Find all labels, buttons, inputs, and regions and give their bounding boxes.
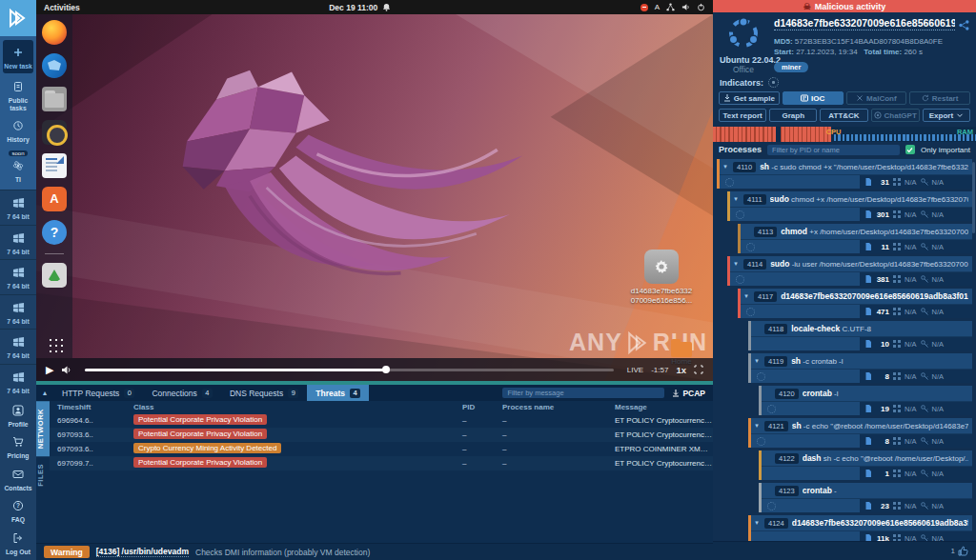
sidebar-item-faq[interactable]: ?FAQ (0, 494, 36, 526)
share-icon[interactable] (959, 17, 969, 34)
sidebar-item-history[interactable]: History (0, 114, 36, 146)
expand-caret-icon[interactable]: ▾ (732, 260, 740, 268)
app-grid-icon[interactable] (47, 336, 63, 352)
get-sample-button[interactable]: Get sample (719, 91, 780, 105)
expand-caret-icon[interactable]: ▾ (732, 195, 740, 203)
process-row[interactable]: 4120 crontab -l 19 N/A N/A (759, 386, 972, 415)
side-tab-network[interactable]: NETWORK (36, 401, 50, 456)
cpu-indicator-icon[interactable] (768, 77, 779, 88)
sidebar-item-win7-env[interactable]: 7 64 bit (0, 190, 36, 224)
process-row[interactable]: ▾ 4121 sh -c echo "@reboot /home/user/De… (748, 418, 972, 448)
vm-screen-area: Activities Dec 19 11:00 A (36, 0, 713, 560)
process-stats: 10 N/A N/A (860, 337, 972, 350)
fullscreen-icon[interactable] (694, 365, 703, 374)
malware-tag[interactable]: miner (774, 62, 808, 72)
expand-caret-icon[interactable]: ▾ (742, 292, 750, 300)
tab-http-requests[interactable]: HTTP Requests0 (53, 385, 143, 401)
process-row[interactable]: ▾ 4119 sh -c crontab -l 8 N/A N/A (748, 353, 972, 383)
process-row[interactable]: ▾ 4111 sudo chmod +x /home/user/Desktop/… (727, 191, 972, 221)
expand-caret-icon[interactable]: ▾ (722, 163, 729, 170)
sidebar-item-win7-env[interactable]: 7 64 bit (0, 329, 36, 363)
side-tab-files[interactable]: FILES (36, 456, 50, 494)
help-icon[interactable]: ? (42, 220, 67, 245)
sidebar-item-pricing[interactable]: Pricing (0, 430, 36, 462)
sidebar-item-win7-env[interactable]: 7 64 bit (0, 364, 36, 398)
task-header: Ubuntu 22.04.2 Office d14683e7fbe6332070… (713, 12, 976, 77)
process-pid: 4111 (743, 194, 766, 205)
expand-caret-icon[interactable]: ▾ (753, 357, 761, 365)
scrollbar-thumb[interactable] (972, 162, 975, 233)
threat-row[interactable]: 697093.6..Potential Corporate Privacy Vi… (50, 428, 713, 442)
player-volume-icon[interactable] (61, 365, 71, 375)
export-button[interactable]: Export (923, 109, 970, 122)
network-share-icon[interactable] (666, 3, 675, 11)
libreoffice-writer-icon[interactable] (42, 153, 67, 178)
threat-process: – (502, 445, 615, 453)
firefox-icon[interactable] (42, 20, 67, 45)
slider-knob[interactable] (382, 366, 390, 373)
expand-caret-icon[interactable]: ▾ (753, 422, 761, 430)
sidebar-item-win7-env[interactable]: 7 64 bit (0, 294, 36, 329)
power-icon[interactable] (697, 3, 705, 11)
pcap-download-button[interactable]: PCAP (672, 389, 705, 398)
process-type-icon (767, 405, 776, 413)
files-count: 23 (876, 502, 889, 510)
threat-row[interactable]: 696964.6..Potential Corporate Privacy Vi… (50, 413, 713, 428)
sidebar-item-profile[interactable]: Profile (0, 399, 36, 430)
process-row[interactable]: 4113 chmod +x /home/user/Desktop/d14683e… (738, 224, 972, 253)
playback-speed-button[interactable]: 1x (676, 365, 686, 375)
process-row[interactable]: ▾ 4124 d14683e7fbe633207009e616e85660619… (748, 515, 972, 541)
tab-connections[interactable]: Connections4 (143, 385, 220, 401)
sidebar-item-new-task[interactable]: New task (3, 40, 33, 73)
thunderbird-icon[interactable] (42, 53, 67, 78)
threat-row[interactable]: 697093.6..Crypto Currency Mining Activit… (50, 442, 713, 456)
rhythmbox-icon[interactable] (42, 120, 67, 145)
process-row[interactable]: 4123 crontab - 23 N/A N/A (759, 483, 972, 512)
anyrun-logo[interactable] (0, 0, 36, 36)
sample-title[interactable]: d14683e7fbe633207009e616e85660619... (774, 17, 955, 30)
sidebar-item-public-tasks[interactable]: Public tasks (0, 75, 36, 114)
collapse-panel-icon[interactable]: ▴ (36, 385, 53, 401)
desktop-sample-file[interactable]: d14683e7fbe6332 07009e616e856... (629, 250, 694, 306)
vm-desktop[interactable]: A ? d14683e7fbe6332 07009e616e856... ANY (36, 14, 713, 381)
process-type-icon (757, 437, 765, 446)
process-row[interactable]: ▾ 4114 sudo -iu user /home/user/Desktop/… (727, 256, 972, 286)
message-filter-input[interactable] (502, 388, 664, 398)
process-command: dash sh -c echo "@reboot /home/user/Desk… (803, 453, 968, 463)
sidebar-item-win7-env[interactable]: 7 64 bit (0, 259, 36, 293)
volume-icon[interactable] (681, 3, 690, 11)
process-row[interactable]: ▾ 4117 d14683e7fbe633207009e616e85660619… (738, 289, 972, 318)
sidebar-item-log-out[interactable]: Log Out (0, 527, 36, 558)
graph-button[interactable]: Graph (769, 109, 817, 122)
process-filter-input[interactable] (767, 145, 900, 155)
clock[interactable]: Dec 19 11:00 (329, 3, 391, 12)
att-ck-button[interactable]: ATT&CK (820, 109, 867, 122)
files-icon[interactable] (42, 87, 67, 111)
network-tabs-bar: ▴ HTTP Requests0Connections4DNS Requests… (36, 385, 713, 401)
tab-threats[interactable]: Threats4 (307, 385, 369, 401)
trash-icon[interactable] (42, 263, 67, 288)
process-row[interactable]: ▾ 4110 sh -c sudo chmod +x "/home/user/D… (717, 159, 972, 189)
sidebar-item-contacts[interactable]: Contacts (0, 463, 36, 494)
thumbs-up-icon[interactable] (958, 546, 968, 556)
process-row[interactable]: 4118 locale-check C.UTF-8 10 N/A N/A (748, 321, 972, 350)
files-count-icon (864, 275, 872, 283)
only-important-checkbox[interactable] (905, 145, 915, 154)
tab-dns-requests[interactable]: DNS Requests9 (221, 385, 307, 401)
expand-caret-icon[interactable]: ▾ (753, 519, 761, 527)
panel-footer: 1 (713, 541, 976, 560)
text-report-button[interactable]: Text report (719, 109, 766, 122)
sidebar-item-win7-env[interactable]: 7 64 bit (0, 225, 36, 259)
player-progress-slider[interactable] (85, 369, 613, 371)
network-count: N/A (905, 502, 917, 510)
sidebar-item-ti[interactable]: soon TI (0, 147, 36, 186)
keys-icon (921, 243, 928, 250)
ubuntu-software-icon[interactable]: A (42, 187, 67, 211)
play-button[interactable]: ▶ (46, 365, 53, 375)
activities-button[interactable]: Activities (44, 3, 80, 12)
process-row[interactable]: 4122 dash sh -c echo "@reboot /home/user… (759, 450, 972, 480)
keyboard-layout-indicator[interactable]: A (655, 3, 660, 11)
ioc-button[interactable]: IOC (783, 91, 844, 105)
status-process-link[interactable]: [4136] /usr/bin/udevadm (96, 547, 189, 557)
threat-row[interactable]: 697099.7..Potential Corporate Privacy Vi… (50, 456, 713, 470)
